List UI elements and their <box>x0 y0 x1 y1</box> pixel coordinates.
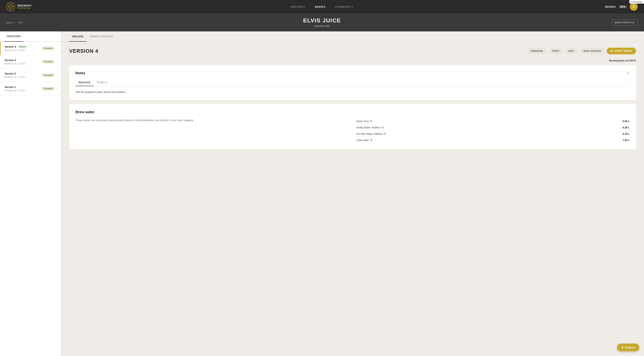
tab-recipe[interactable]: RECIPE <box>69 32 87 42</box>
version-title: VERSION 4 <box>69 48 98 54</box>
new-version-button[interactable]: NEW VERSION <box>580 48 605 54</box>
svg-point-1 <box>10 6 12 8</box>
unshare-button[interactable]: UNSHARE <box>527 48 546 54</box>
batch-size-label: Batch Size <box>356 120 369 123</box>
notes-tab-public[interactable]: PUBLIC <box>94 79 111 86</box>
version-date: Modified: 04-11-2020 <box>4 76 42 78</box>
version-item[interactable]: Version 2 Modified: 04-11-2020 Brewable … <box>0 68 61 82</box>
notes-private-content: Add the grapefruit peels during fermenta… <box>76 90 630 94</box>
play-icon: ▶ <box>611 50 613 52</box>
chevron-right-icon: › <box>56 47 57 50</box>
brewable-badge: Brewable <box>42 46 54 50</box>
serving-temp: Serving beer at 5.00°C <box>69 59 636 62</box>
batch-size-value: 5.50 L <box>622 120 630 123</box>
brewable-badge: Brewable <box>42 60 54 64</box>
brew-water-title: Brew water <box>76 110 94 114</box>
batch-size-info-icon[interactable]: ? <box>370 120 372 122</box>
logo-icon <box>6 2 15 11</box>
user-name: DENNIS <box>605 5 616 8</box>
content-area: RECIPE BREW HISTORY VERSION 4 UNSHARE PR… <box>61 32 644 356</box>
version-name: Version 4 <box>4 45 16 48</box>
support-label: Support <box>625 346 635 349</box>
breadcrumb-beers-link[interactable]: beers <box>6 21 13 24</box>
subheader: beers / 497 ELVIS JUICE American IPA BEE… <box>0 14 644 32</box>
content-inner: VERSION 4 UNSHARE PRINT EDIT NEW VERSION… <box>61 42 644 159</box>
brewable-badge: Brewable <box>42 73 54 77</box>
sidebar-tabs: VERSIONS <box>0 32 61 42</box>
support-icon: ⊕ <box>621 346 624 349</box>
main-container: VERSIONS Version 4 Shared Modified: 04-1… <box>0 32 644 356</box>
print-button[interactable]: PRINT <box>548 48 563 54</box>
brew-water-card: Brew water These values are calculated a… <box>69 104 636 149</box>
sidebar: VERSIONS Version 4 Shared Modified: 04-1… <box>0 32 61 356</box>
nav-community[interactable]: COMMUNITY <box>335 4 354 9</box>
kettle-water-info-icon[interactable]: ? <box>381 126 384 129</box>
start-brew-button[interactable]: ▶ START BREW <box>607 48 636 54</box>
breadcrumb-id: 497 <box>18 21 23 24</box>
notes-tab-private[interactable]: PRIVATE <box>76 79 94 86</box>
nav-beers[interactable]: BEERS <box>315 4 325 9</box>
action-buttons: UNSHARE PRINT EDIT NEW VERSION ▶ START B… <box>527 48 636 54</box>
premix-water-value: 0.76 L <box>622 132 630 135</box>
notes-edit-icon[interactable]: ✏ <box>627 71 630 75</box>
kettle-water-label: Kettle Water Addition <box>356 126 380 129</box>
brew-water-description: These values are calculated automaticall… <box>76 118 349 143</box>
beer-name: ELVIS JUICE <box>303 18 341 24</box>
stat-kettle-water: Kettle Water Addition ? 6.26 L <box>356 124 630 131</box>
start-brew-label: START BREW <box>614 50 632 52</box>
total-water-value: 7.02 L <box>622 139 630 142</box>
support-button[interactable]: ⊕ Support <box>617 344 639 351</box>
breadcrumb-separator: / <box>14 21 16 24</box>
tab-brew-history[interactable]: BREW HISTORY <box>87 32 116 42</box>
brew-water-header: Brew water <box>76 110 630 114</box>
brewable-badge: Brewable <box>42 87 54 90</box>
brew-water-stats: Batch Size ? 5.50 L Kettle Water Additio… <box>356 118 630 143</box>
nav-links: BREWERY BEERS COMMUNITY <box>290 4 354 9</box>
version-name: Version 3 <box>4 59 16 62</box>
sidebar-tab-versions[interactable]: VERSIONS <box>4 32 23 41</box>
stat-batch-size: Batch Size ? 5.50 L <box>356 118 630 124</box>
logo-subtitle: PORTAL dev <box>18 7 32 9</box>
version-name: Version 1 <box>4 86 16 88</box>
notes-card: Notes ✏ PRIVATE PUBLIC Add the grapefrui… <box>69 65 636 100</box>
chevron-right-icon: › <box>56 60 57 64</box>
nav-brewery[interactable]: BREWERY <box>290 4 306 9</box>
shared-badge: Shared <box>18 45 28 48</box>
launchpad-button[interactable]: Launchpad <box>630 0 644 4</box>
beer-title-block: ELVIS JUICE American IPA <box>303 18 341 28</box>
chevron-right-icon: › <box>56 74 57 77</box>
breadcrumb: beers / 497 <box>6 21 24 24</box>
edit-button[interactable]: EDIT <box>565 48 578 54</box>
version-date: Modified: 04-11-2020 <box>4 89 42 92</box>
navbar: Launchpad BREWERY PORTAL dev BREWERY BEE… <box>0 0 644 14</box>
total-water-info-icon[interactable]: ? <box>370 139 372 142</box>
stat-premix-water: Pre-Mix Water Addition ? 0.76 L <box>356 131 630 137</box>
total-water-label: Total water <box>356 139 369 142</box>
beer-profile-button[interactable]: BEER PROFILE <box>612 20 638 26</box>
brew-water-body: These values are calculated automaticall… <box>76 118 630 143</box>
version-date: Modified: 04-11-2020 <box>4 49 42 51</box>
content-tabs: RECIPE BREW HISTORY <box>61 32 644 42</box>
version-name: Version 2 <box>4 72 16 75</box>
version-item[interactable]: Version 3 Modified: 04-11-2020 Brewable … <box>0 55 61 68</box>
premix-water-label: Pre-Mix Water Addition <box>356 132 383 135</box>
version-header-row: VERSION 4 UNSHARE PRINT EDIT NEW VERSION… <box>69 48 636 54</box>
kettle-water-value: 6.26 L <box>622 126 630 129</box>
notes-tabs: PRIVATE PUBLIC <box>76 79 630 86</box>
notes-title: Notes <box>76 71 85 75</box>
premix-water-info-icon[interactable]: ? <box>384 132 386 135</box>
nav-right: DENNIS BETA D <box>605 3 638 11</box>
chevron-right-icon: › <box>56 87 57 90</box>
logo-title: BREWERY <box>18 4 32 7</box>
beer-style: American IPA <box>303 24 341 28</box>
version-item[interactable]: Version 4 Shared Modified: 04-11-2020 Br… <box>0 42 61 55</box>
version-date: Modified: 04-11-2020 <box>4 62 42 65</box>
version-item[interactable]: Version 1 Modified: 04-11-2020 Brewable … <box>0 82 61 96</box>
avatar: D <box>630 3 638 11</box>
notes-card-header: Notes ✏ <box>76 71 630 75</box>
logo-area: BREWERY PORTAL dev <box>6 2 32 11</box>
stat-total-water: Total water ? 7.02 L <box>356 137 630 143</box>
beta-badge: BETA <box>619 5 626 8</box>
